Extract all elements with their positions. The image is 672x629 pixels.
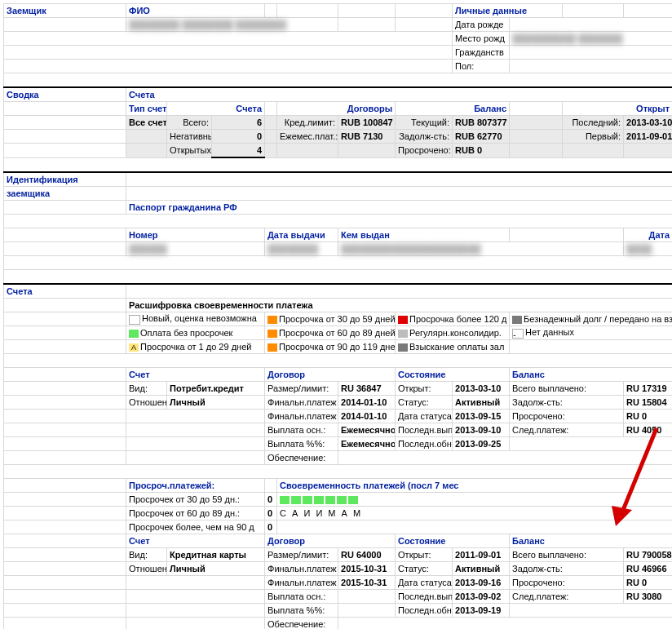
- a2-overdue-label: Просрочено:: [510, 576, 624, 590]
- hdr-contracts: Договоры: [277, 102, 396, 116]
- legend-nd: -Нет данных: [510, 326, 672, 340]
- a1-lastupd-val: 2013-09-25: [453, 437, 510, 451]
- a1-late2-val: 0: [265, 507, 277, 520]
- a1-rel-label: Отношени: [126, 396, 167, 410]
- total-label: Всего:: [167, 116, 212, 130]
- a1-next-label: След.платеж:: [510, 423, 624, 437]
- passport-date: Дата: [624, 228, 672, 242]
- credit-report-grid: Заемщик ФИО Личные данные ████████ █████…: [3, 3, 672, 629]
- last-val: 2013-03-10: [624, 116, 672, 130]
- ident-section1: Идентификация: [4, 172, 126, 187]
- a1-secure-label: Обеспечение:: [265, 451, 338, 465]
- a1-final-val: 2014-01-10: [338, 396, 396, 410]
- first-label: Первый:: [563, 130, 624, 144]
- a2-overdue-val: RU 0: [624, 576, 672, 590]
- a2-rel-val: Личный: [167, 562, 265, 576]
- citizenship-label: Гражданств: [453, 46, 510, 60]
- a1-status-val: Активный: [453, 396, 510, 410]
- current-val: RUB 807377: [453, 116, 510, 130]
- a2-status-val: Активный: [453, 562, 510, 576]
- a1-size-val: RU 36847: [338, 382, 396, 396]
- legend-title: Расшифровка своевременности платежа: [126, 299, 672, 312]
- passport-issued-by: Кем выдан: [338, 228, 510, 242]
- a2-account: Счет: [126, 534, 265, 548]
- a2-next-label: След.платеж:: [510, 590, 624, 604]
- gender-label: Пол:: [453, 60, 510, 73]
- accounts-section: Счета: [4, 284, 126, 299]
- a1-timeliness-bar: [277, 493, 672, 507]
- credit-limit-val: RUB 100847: [338, 116, 396, 130]
- fio-value: ████████ ████████ ████████: [126, 18, 338, 32]
- a1-dstat-label: Дата статуса: [396, 410, 453, 423]
- legend-dg1: Безнадежный долг / передано на взы: [510, 312, 672, 326]
- all-accounts: Все счет: [126, 116, 167, 130]
- a2-lastupd-val: 2013-09-19: [453, 604, 510, 618]
- first-val: 2011-09-01: [624, 130, 672, 144]
- a1-dstat-val: 2013-09-15: [453, 410, 510, 423]
- passport-label: Паспорт гражданина РФ: [126, 201, 672, 215]
- debt-label: Задолж-сть:: [396, 130, 453, 144]
- a2-lastupd-label: Последн.обно: [396, 604, 453, 618]
- legend-o3: Просрочка от 90 до 119 дней: [265, 340, 396, 354]
- legend-gr1: Регулярн.консолидир.: [396, 326, 510, 340]
- a2-final2-label: Финальн.платеж: [265, 576, 338, 590]
- a1-lastpay-val: 2013-09-10: [453, 423, 510, 437]
- pob-label: Место рожд: [453, 32, 510, 46]
- legend-r1: Просрочка более 120 д: [396, 312, 510, 326]
- a2-secure-label: Обеспечение:: [265, 618, 338, 630]
- a1-contract: Договор: [265, 368, 396, 382]
- summary-accounts: Счета: [126, 87, 672, 102]
- a1-late3-val: 0: [265, 520, 277, 534]
- a1-type-label: Вид:: [126, 382, 167, 396]
- a1-late2-label: Просрочек от 60 до 89 дн.:: [126, 507, 265, 520]
- a1-paid-label: Всего выплачено:: [510, 382, 624, 396]
- a2-rel-label: Отношени: [126, 562, 167, 576]
- a2-lastpay-val: 2013-09-02: [453, 590, 510, 604]
- a1-status-label: Статус:: [396, 396, 453, 410]
- a1-balance: Баланс: [510, 368, 672, 382]
- monthly-val: RUB 7130: [338, 130, 396, 144]
- a1-lastpay-label: Последн.выпл: [396, 423, 453, 437]
- summary-section: Сводка: [4, 87, 126, 102]
- pob-value: ██████████ ███████: [510, 32, 672, 46]
- a2-open-label: Открыт:: [396, 548, 453, 562]
- overdue-label: Просрочено:: [396, 144, 453, 158]
- a1-final2-label: Финальн.платеж: [265, 410, 338, 423]
- legend-g3: AПросрочка от 1 до 29 дней: [126, 340, 265, 354]
- a2-status-label: Статус:: [396, 562, 453, 576]
- monthly-label: Ежемес.плат.:: [277, 130, 338, 144]
- a1-pay-label: Выплата осн.:: [265, 423, 338, 437]
- a2-paid-val: RU 790058: [624, 548, 672, 562]
- legend-o2: Просрочка от 60 до 89 дней: [265, 326, 396, 340]
- a1-account: Счет: [126, 368, 265, 382]
- legend-g1: Новый, оценка невозможна: [126, 312, 265, 326]
- personal-label: Личные данные: [453, 4, 563, 18]
- a2-open-val: 2011-09-01: [453, 548, 510, 562]
- a1-late1-label: Просрочек от 30 до 59 дн.:: [126, 493, 265, 507]
- fio-label: ФИО: [126, 4, 265, 18]
- a1-final-label: Финальн.платеж: [265, 396, 338, 410]
- a1-lastupd-label: Последн.обно: [396, 437, 453, 451]
- ident-section2: заемщика: [4, 187, 126, 201]
- legend-g2: Оплата без просрочек: [126, 326, 265, 340]
- a1-pay-val: Ежемесячно: [338, 423, 396, 437]
- hdr-type: Тип счет: [126, 102, 167, 116]
- a2-debt-label: Задолж-сть:: [510, 562, 624, 576]
- debt-val: RUB 62770: [453, 130, 510, 144]
- legend-gr2: Взыскание оплаты зал: [396, 340, 510, 354]
- a2-dstat-val: 2013-09-16: [453, 576, 510, 590]
- a2-status: Состояние: [396, 534, 510, 548]
- a2-next-val: RU 3080: [624, 590, 672, 604]
- a1-status: Состояние: [396, 368, 510, 382]
- a1-timeliness: Своевременность платежей (посл 7 мес: [277, 479, 672, 493]
- a2-final-val: 2015-10-31: [338, 562, 396, 576]
- a2-contract: Договор: [265, 534, 396, 548]
- a2-balance: Баланс: [510, 534, 672, 548]
- borrower-section: Заемщик: [4, 4, 126, 18]
- a2-type-label: Вид:: [126, 548, 167, 562]
- a1-late1-val: 0: [265, 493, 277, 507]
- overdue-val: RUB 0: [453, 144, 510, 158]
- open-label: Открытых:: [167, 144, 212, 158]
- passport-number: Номер: [126, 228, 265, 242]
- a1-overdue-label: Просрочено:: [510, 410, 624, 423]
